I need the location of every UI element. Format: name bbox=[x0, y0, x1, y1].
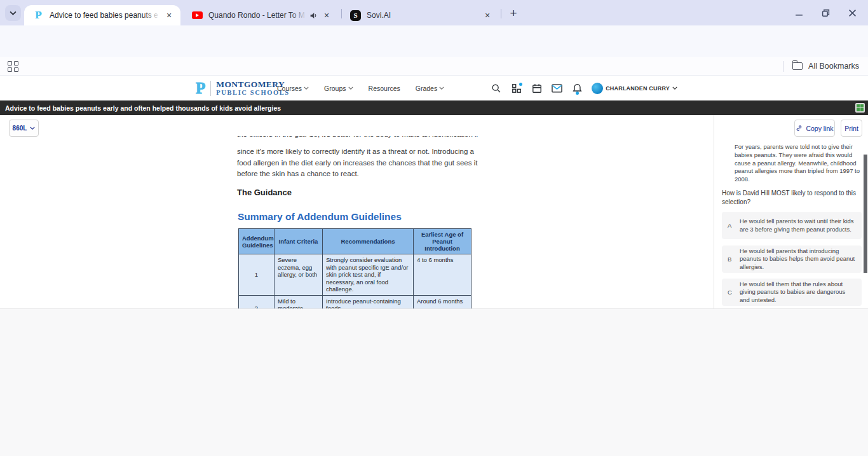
answer-option-a[interactable]: A He would tell parents to wait until th… bbox=[722, 212, 862, 239]
option-letter: A bbox=[728, 222, 735, 229]
cell-guideline: 1 bbox=[239, 254, 275, 296]
answer-option-c[interactable]: C He would tell them that the rules abou… bbox=[722, 279, 862, 306]
col-header: Addendum Guidelines bbox=[239, 229, 275, 254]
answer-option-b[interactable]: B He would tell parents that introducing… bbox=[722, 245, 862, 273]
copy-link-label: Copy link bbox=[806, 125, 833, 132]
user-menu[interactable]: CHARLANDEN CURRY bbox=[592, 83, 677, 94]
option-letter: C bbox=[728, 289, 735, 296]
nav-resources[interactable]: Resources bbox=[369, 85, 400, 92]
district-logo[interactable]: P MONTGOMERY PUBLIC SCHOOLS bbox=[196, 79, 290, 97]
user-name-label: CHARLANDEN CURRY bbox=[606, 85, 670, 92]
col-header: Earliest Age of Peanut Introduction bbox=[414, 229, 471, 254]
tab-title: Advice to feed babies peanuts e bbox=[50, 11, 160, 20]
tab-youtube[interactable]: Quando Rondo - Letter To M × bbox=[186, 5, 336, 25]
article-title-bar: Advice to feed babies peanuts early and … bbox=[0, 100, 868, 115]
restore-window-icon[interactable] bbox=[817, 4, 834, 21]
tab-separator bbox=[341, 9, 342, 18]
print-label: Print bbox=[844, 125, 858, 132]
table-title: Summary of Addendum Guidelines bbox=[238, 211, 402, 223]
lexile-label: 860L bbox=[13, 125, 27, 132]
option-text: He would tell them that the rules about … bbox=[740, 280, 857, 305]
table-row: 1 Severe eczema, egg allergy, or both St… bbox=[239, 254, 471, 296]
tab-sovi-ai[interactable]: S Sovi.AI × bbox=[346, 5, 496, 25]
minimize-window-icon[interactable] bbox=[790, 4, 807, 21]
cell-age: 4 to 6 months bbox=[414, 254, 471, 296]
header-icons: CHARLANDEN CURRY bbox=[490, 76, 677, 100]
nav-courses[interactable]: Courses bbox=[277, 85, 309, 92]
option-letter: B bbox=[728, 256, 735, 263]
copy-link-button[interactable]: Copy link bbox=[794, 120, 835, 137]
cell-recommendation: Introduce peanut-containing foods. bbox=[323, 295, 414, 309]
option-text: He would tell parents to wait until thei… bbox=[740, 218, 857, 233]
table-header-row: Addendum Guidelines Infant Criteria Reco… bbox=[239, 229, 471, 254]
chevron-down-icon bbox=[30, 127, 35, 130]
notifications-bell-icon[interactable] bbox=[571, 82, 583, 94]
scrollbar-thumb[interactable] bbox=[864, 155, 867, 273]
chevron-down-icon bbox=[10, 11, 17, 15]
article-clipped-line: the officers in the gut. So, it's better… bbox=[237, 136, 478, 141]
tab-article[interactable]: P Advice to feed babies peanuts e × bbox=[24, 5, 180, 25]
notification-dot bbox=[576, 92, 579, 95]
reading-pane: 860L Copy link Print the officers in the… bbox=[0, 115, 868, 309]
notification-dot bbox=[519, 83, 522, 86]
progress-learning-favicon: P bbox=[33, 10, 44, 21]
lexile-level-dropdown[interactable]: 860L bbox=[9, 120, 39, 137]
window-controls bbox=[790, 0, 868, 25]
tab-search-button[interactable] bbox=[5, 5, 21, 21]
cell-criteria: Mild to moderate eczema bbox=[275, 295, 323, 309]
col-header: Recommendations bbox=[323, 229, 414, 254]
bookmarks-bar: All Bookmarks bbox=[0, 57, 868, 76]
option-text: He would tell parents that introducing p… bbox=[740, 247, 857, 272]
chevron-down-icon bbox=[439, 86, 444, 90]
chevron-down-icon bbox=[304, 86, 309, 90]
tab-strip: P Advice to feed babies peanuts e × Quan… bbox=[0, 0, 868, 25]
nav-grades[interactable]: Grades bbox=[416, 85, 444, 92]
tab-separator bbox=[501, 9, 501, 18]
chevron-down-icon bbox=[672, 86, 677, 90]
chevron-down-icon bbox=[348, 86, 353, 90]
all-bookmarks[interactable]: All Bookmarks bbox=[783, 61, 868, 72]
close-tab-icon[interactable]: × bbox=[482, 10, 492, 20]
table-row: 2 Mild to moderate eczema Introduce pean… bbox=[239, 295, 471, 309]
question-quote: For years, parents were told not to give… bbox=[735, 143, 862, 184]
avatar bbox=[592, 83, 603, 94]
sovi-ai-favicon: S bbox=[350, 10, 361, 21]
print-button[interactable]: Print bbox=[841, 120, 862, 137]
col-header: Infant Criteria bbox=[275, 229, 323, 254]
messages-icon[interactable] bbox=[551, 82, 563, 94]
close-window-icon[interactable] bbox=[844, 4, 860, 21]
cell-age: Around 6 months bbox=[414, 295, 471, 309]
tab-title: Quando Rondo - Letter To M bbox=[208, 11, 307, 20]
powerschool-logo-icon: P bbox=[196, 79, 205, 97]
article-title: Advice to feed babies peanuts early and … bbox=[5, 104, 855, 112]
bookmarks-divider bbox=[783, 61, 783, 72]
youtube-favicon bbox=[192, 10, 203, 21]
folder-icon bbox=[792, 62, 803, 70]
expand-fullscreen-icon[interactable] bbox=[855, 103, 865, 113]
browser-toolbar: ← → ↻ mpsk12alus.schoology.com/external_… bbox=[0, 25, 868, 57]
search-icon[interactable] bbox=[490, 82, 502, 94]
cell-criteria: Severe eczema, egg allergy, or both bbox=[275, 254, 323, 296]
apps-grid-icon[interactable] bbox=[510, 82, 522, 94]
main-nav: Courses Groups Resources Grades bbox=[277, 76, 444, 100]
close-tab-icon[interactable]: × bbox=[164, 10, 174, 20]
guidelines-table: Addendum Guidelines Infant Criteria Reco… bbox=[238, 228, 471, 309]
apps-shortcut-icon[interactable] bbox=[8, 61, 18, 72]
question-text: How is David Hill MOST likely to respond… bbox=[722, 189, 863, 206]
nav-groups[interactable]: Groups bbox=[324, 85, 353, 92]
article-section-heading: The Guidance bbox=[237, 188, 292, 197]
audio-playing-icon[interactable] bbox=[309, 11, 318, 20]
new-tab-button[interactable]: + bbox=[506, 6, 521, 21]
tab-title: Sovi.AI bbox=[367, 11, 478, 20]
cell-recommendation: Strongly consider evaluation with peanut… bbox=[323, 254, 414, 296]
pane-divider bbox=[714, 115, 714, 309]
article-paragraph: since it's more likely to correctly iden… bbox=[237, 146, 478, 180]
all-bookmarks-label: All Bookmarks bbox=[808, 62, 859, 71]
cell-guideline: 2 bbox=[239, 295, 275, 309]
link-icon bbox=[796, 125, 803, 132]
close-tab-icon[interactable]: × bbox=[322, 10, 332, 20]
calendar-icon[interactable] bbox=[531, 82, 543, 94]
logo-divider bbox=[210, 81, 211, 96]
schoology-header: P MONTGOMERY PUBLIC SCHOOLS Courses Grou… bbox=[0, 76, 868, 100]
